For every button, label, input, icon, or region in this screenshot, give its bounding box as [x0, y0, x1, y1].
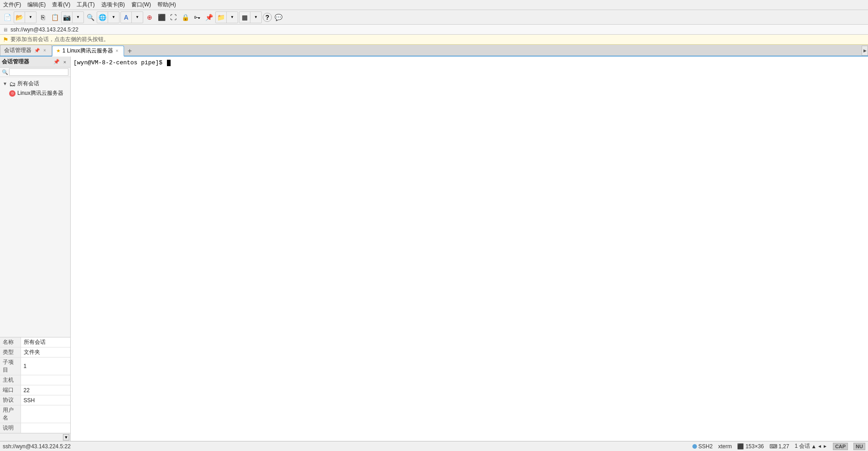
property-row: 说明	[0, 423, 70, 433]
toolbar-action2-btn[interactable]: ⬛	[156, 12, 167, 23]
tab-session-manager[interactable]: 会话管理器 📌 ×	[0, 45, 52, 56]
toolbar-font-btn[interactable]: A	[121, 12, 132, 23]
menu-edit[interactable]: 编辑(E)	[26, 0, 47, 9]
addressbar-icon: 🖥	[3, 27, 8, 32]
toolbar-globe-dropdown[interactable]: ▼	[108, 12, 119, 23]
tab-linux-server-label: 1 Linux腾讯云服务器	[62, 47, 113, 55]
sidebar-tree: ▼ 🗂 所有会话 ⊙ Linux腾讯云服务器	[0, 77, 70, 337]
tabbar: 会话管理器 📌 × ★ 1 Linux腾讯云服务器 × + ▶	[0, 45, 868, 57]
toolbar-copy-btn[interactable]: ⎘	[37, 12, 48, 23]
main-area: 会话管理器 📌 × 🔍 ▼ 🗂 所有会话 ⊙ Linux腾讯云服务器	[0, 57, 868, 441]
toolbar-open-dropdown[interactable]: ▼	[25, 12, 36, 23]
tab-session-manager-close[interactable]: ×	[42, 48, 47, 53]
status-sessions: 1 会话 ▲ ◄ ►	[795, 442, 827, 450]
menu-file[interactable]: 文件(F)	[2, 0, 22, 9]
toolbar-chat-btn[interactable]: 💬	[273, 12, 284, 23]
toolbar-capture-btn[interactable]: 📷	[62, 12, 73, 23]
sidebar-pin-icon[interactable]: 📌	[53, 58, 60, 66]
sidebar-search-input[interactable]	[9, 68, 68, 76]
property-row: 名称所有会话	[0, 337, 70, 347]
property-value	[21, 375, 70, 385]
menu-tabs[interactable]: 选项卡(B)	[100, 0, 126, 9]
toolbar-folder-btn[interactable]: 📁	[216, 12, 227, 23]
menu-help[interactable]: 帮助(H)	[156, 0, 177, 9]
toolbar-open-group: 📂 ▼	[14, 11, 36, 23]
sessions-left-arrow[interactable]: ◄	[817, 444, 822, 449]
tab-add-button[interactable]: +	[125, 47, 134, 56]
property-value: 1	[21, 358, 70, 375]
sidebar: 会话管理器 📌 × 🔍 ▼ 🗂 所有会话 ⊙ Linux腾讯云服务器	[0, 57, 71, 441]
toolbar-globe-btn[interactable]: 🌐	[97, 12, 108, 23]
toolbar-action1-btn[interactable]: ⊕	[144, 12, 155, 23]
prop-scroll-down-btn[interactable]: ▼	[63, 434, 69, 441]
sidebar-close-icon[interactable]: ×	[61, 58, 68, 66]
menu-tools[interactable]: 工具(T)	[75, 0, 96, 9]
tab-session-manager-pin[interactable]: 📌	[33, 48, 41, 53]
sessions-up-arrow[interactable]: ▲	[811, 443, 816, 450]
toolbar-fullscreen-btn[interactable]: ⛶	[168, 12, 179, 23]
status-term-label: xterm	[718, 443, 732, 450]
toolbar-panel-btn[interactable]: ▦	[239, 12, 250, 23]
statusbar-right: SSH2 xterm ⬛ 153×36 ⌨ 1,27 1 会话 ▲ ◄ ► CA…	[692, 442, 865, 450]
toolbar-new-btn[interactable]: 📄	[2, 12, 13, 23]
toolbar-paste-btn[interactable]: 📋	[49, 12, 60, 23]
menu-view[interactable]: 查看(V)	[51, 0, 72, 9]
toolbar-panel-group: ▦ ▼	[239, 11, 262, 23]
folder-icon: 🗂	[9, 80, 16, 88]
toolbar: 📄 📂 ▼ ⎘ 📋 📷 ▼ 🔍 🌐 ▼ A ▼ ⊕ ⬛ ⛶ 🔒 🗝 📌 📁 ▼ …	[0, 10, 868, 25]
status-ssh: SSH2	[692, 443, 712, 450]
tree-expand-arrow: ▼	[3, 81, 7, 86]
property-row: 用户名	[0, 405, 70, 423]
terminal-area[interactable]: [wyn@VM-8-2-centos pipe]$	[71, 57, 868, 441]
toolbar-key-btn[interactable]: 🗝	[192, 12, 203, 23]
property-key: 子项目	[0, 358, 21, 375]
tree-child-linux-server[interactable]: ⊙ Linux腾讯云服务器	[0, 88, 70, 98]
status-cursor: ⌨ 1,27	[769, 443, 789, 450]
tab-linux-server-close[interactable]: ×	[115, 48, 120, 53]
toolbar-panel-dropdown[interactable]: ▼	[250, 12, 261, 23]
sidebar-header-icons: 📌 ×	[53, 58, 68, 66]
sessions-right-arrow[interactable]: ►	[823, 444, 827, 449]
sessions-label: 1 会话	[795, 442, 810, 450]
statusbar: ssh://wyn@43.143.224.5:22 SSH2 xterm ⬛ 1…	[0, 441, 868, 451]
property-value: SSH	[21, 395, 70, 405]
toolbar-folder-dropdown[interactable]: ▼	[227, 12, 238, 23]
tab-session-manager-label: 会话管理器	[4, 47, 31, 54]
infobar: ⚑ 要添加当前会话，点击左侧的箭头按钮。	[0, 35, 868, 45]
addressbar-text: ssh://wyn@43.143.224.5:22	[10, 26, 78, 33]
terminal-line: [wyn@VM-8-2-centos pipe]$	[73, 59, 865, 66]
toolbar-search-btn[interactable]: 🔍	[85, 12, 96, 23]
property-key: 用户名	[0, 405, 21, 423]
sidebar-search: 🔍	[0, 67, 70, 77]
nu-badge: NU	[853, 443, 865, 450]
tab-linux-server-star: ★	[56, 48, 61, 54]
status-size: ⬛ 153×36	[737, 443, 764, 450]
toolbar-bookmark-btn[interactable]: 📌	[203, 12, 214, 23]
toolbar-open-btn[interactable]: 📂	[14, 12, 25, 23]
status-term: xterm	[718, 443, 732, 450]
addressbar: 🖥 ssh://wyn@43.143.224.5:22	[0, 25, 868, 35]
tab-linux-server[interactable]: ★ 1 Linux腾讯云服务器 ×	[52, 46, 125, 57]
menu-window[interactable]: 窗口(W)	[130, 0, 152, 9]
toolbar-lock-btn[interactable]: 🔒	[180, 12, 191, 23]
menubar: 文件(F) 编辑(E) 查看(V) 工具(T) 选项卡(B) 窗口(W) 帮助(…	[0, 0, 868, 10]
properties-table: 名称所有会话类型文件夹子项目1主机端口22协议SSH用户名说明	[0, 337, 70, 433]
sidebar-title: 会话管理器	[2, 58, 29, 66]
terminal-prompt: [wyn@VM-8-2-centos pipe]$	[73, 59, 166, 66]
sidebar-header: 会话管理器 📌 ×	[0, 57, 70, 67]
tree-child-label: Linux腾讯云服务器	[17, 89, 63, 97]
toolbar-help-btn[interactable]: ?	[263, 13, 272, 22]
property-row: 主机	[0, 375, 70, 385]
tree-item-label: 所有会话	[17, 80, 39, 88]
toolbar-font-dropdown[interactable]: ▼	[132, 12, 143, 23]
statusbar-connection: ssh://wyn@43.143.224.5:22	[3, 443, 688, 450]
property-value	[21, 405, 70, 423]
tree-item-all-sessions[interactable]: ▼ 🗂 所有会话	[0, 79, 70, 88]
property-key: 主机	[0, 375, 21, 385]
property-key: 说明	[0, 423, 21, 433]
toolbar-capture-dropdown[interactable]: ▼	[73, 12, 83, 23]
property-row: 端口22	[0, 385, 70, 395]
cursor-icon: ⌨	[769, 443, 777, 450]
status-size-text: 153×36	[745, 443, 764, 450]
tabbar-scroll-btn[interactable]: ▶	[862, 46, 868, 56]
